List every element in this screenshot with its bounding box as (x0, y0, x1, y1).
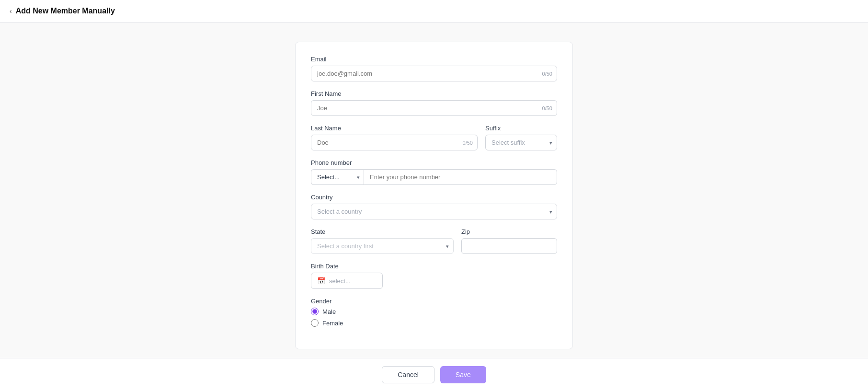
birth-date-label: Birth Date (311, 263, 557, 270)
last-name-input-wrapper: 0/50 (311, 135, 478, 150)
zip-input[interactable] (461, 238, 557, 254)
birth-date-group: Birth Date 📅 select... (311, 263, 557, 289)
last-name-input[interactable] (311, 135, 478, 150)
gender-options: Male Female (311, 308, 557, 327)
cancel-button[interactable]: Cancel (382, 366, 434, 383)
email-input[interactable] (311, 66, 557, 81)
country-group: Country Select a country United States U… (311, 194, 557, 219)
form-card: Email 0/50 First Name 0/50 Last Name 0/5… (295, 42, 573, 349)
email-label: Email (311, 56, 557, 63)
zip-label: Zip (461, 228, 557, 235)
phone-number-input[interactable] (364, 169, 557, 185)
state-col: State Select a country first ▾ (311, 228, 454, 254)
email-counter: 0/50 (542, 71, 552, 77)
first-name-group: First Name 0/50 (311, 90, 557, 116)
phone-row: Select... +1 (US) +44 (UK) ▾ (311, 169, 557, 185)
main-content: Email 0/50 First Name 0/50 Last Name 0/5… (0, 23, 868, 388)
zip-col: Zip (461, 228, 557, 254)
state-select[interactable]: Select a country first (311, 238, 454, 254)
country-label: Country (311, 194, 557, 201)
back-button[interactable]: ‹ (10, 7, 12, 15)
birth-date-placeholder: select... (329, 277, 351, 285)
state-select-wrapper: Select a country first ▾ (311, 238, 454, 254)
first-name-label: First Name (311, 90, 557, 97)
suffix-label: Suffix (485, 125, 557, 132)
state-zip-group: State Select a country first ▾ Zip (311, 228, 557, 254)
phone-prefix-select[interactable]: Select... +1 (US) +44 (UK) (311, 169, 364, 185)
email-group: Email 0/50 (311, 56, 557, 81)
gender-female-label: Female (322, 320, 343, 327)
phone-group: Phone number Select... +1 (US) +44 (UK) … (311, 159, 557, 185)
calendar-icon: 📅 (317, 277, 325, 285)
suffix-select-wrapper: Select suffix Jr. Sr. II III ▾ (485, 135, 557, 150)
gender-female-radio[interactable] (311, 319, 319, 327)
first-name-input[interactable] (311, 100, 557, 116)
phone-prefix-wrapper: Select... +1 (US) +44 (UK) ▾ (311, 169, 364, 185)
country-select-wrapper: Select a country United States United Ki… (311, 204, 557, 219)
gender-male-radio[interactable] (311, 308, 319, 315)
country-select[interactable]: Select a country United States United Ki… (311, 204, 557, 219)
page-title: Add New Member Manually (16, 7, 115, 15)
state-label: State (311, 228, 454, 235)
gender-label: Gender (311, 298, 557, 305)
last-name-col: Last Name 0/50 (311, 125, 478, 150)
first-name-input-wrapper: 0/50 (311, 100, 557, 116)
gender-male-option[interactable]: Male (311, 308, 557, 315)
gender-group: Gender Male Female (311, 298, 557, 327)
phone-label: Phone number (311, 159, 557, 166)
last-name-label: Last Name (311, 125, 478, 132)
gender-male-label: Male (322, 308, 336, 315)
suffix-select[interactable]: Select suffix Jr. Sr. II III (485, 135, 557, 150)
first-name-counter: 0/50 (542, 105, 552, 111)
suffix-col: Suffix Select suffix Jr. Sr. II III ▾ (485, 125, 557, 150)
footer-buttons: Cancel Save (0, 358, 868, 391)
email-input-wrapper: 0/50 (311, 66, 557, 81)
page-header: ‹ Add New Member Manually (0, 0, 868, 23)
save-button[interactable]: Save (440, 366, 486, 383)
last-name-counter: 0/50 (463, 140, 473, 146)
gender-female-option[interactable]: Female (311, 319, 557, 327)
birth-date-picker[interactable]: 📅 select... (311, 273, 383, 289)
last-name-suffix-group: Last Name 0/50 Suffix Select suffix Jr. … (311, 125, 557, 150)
